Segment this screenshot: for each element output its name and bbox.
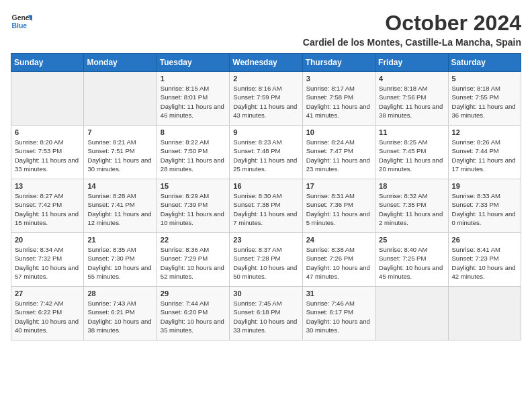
calendar-cell: 29Sunrise: 7:44 AM Sunset: 6:20 PM Dayli… (157, 287, 229, 340)
month-year: October 2024 (303, 11, 521, 36)
day-number: 29 (161, 289, 226, 298)
day-info: Sunrise: 8:20 AM Sunset: 7:53 PM Dayligh… (15, 138, 80, 173)
calendar-cell: 19Sunrise: 8:33 AM Sunset: 7:33 PM Dayli… (448, 179, 521, 233)
day-number: 8 (161, 128, 226, 136)
day-number: 24 (306, 236, 371, 244)
logo: General Blue (11, 11, 32, 32)
calendar-cell: 7Sunrise: 8:21 AM Sunset: 7:51 PM Daylig… (84, 126, 157, 179)
day-number: 18 (379, 182, 444, 190)
calendar-cell: 3Sunrise: 8:17 AM Sunset: 7:58 PM Daylig… (302, 72, 375, 126)
day-info: Sunrise: 8:27 AM Sunset: 7:42 PM Dayligh… (15, 191, 80, 227)
calendar-cell (84, 72, 157, 126)
day-info: Sunrise: 8:15 AM Sunset: 8:01 PM Dayligh… (161, 84, 226, 120)
day-header-thursday: Thursday (302, 54, 375, 72)
day-number: 16 (233, 182, 298, 190)
calendar-cell (375, 287, 448, 340)
calendar-cell: 12Sunrise: 8:26 AM Sunset: 7:44 PM Dayli… (448, 126, 521, 179)
day-info: Sunrise: 8:24 AM Sunset: 7:47 PM Dayligh… (306, 138, 371, 173)
day-info: Sunrise: 8:22 AM Sunset: 7:50 PM Dayligh… (161, 138, 226, 173)
calendar-cell: 26Sunrise: 8:41 AM Sunset: 7:23 PM Dayli… (448, 233, 521, 287)
day-info: Sunrise: 8:30 AM Sunset: 7:38 PM Dayligh… (233, 191, 298, 227)
day-info: Sunrise: 8:31 AM Sunset: 7:36 PM Dayligh… (306, 191, 371, 227)
day-info: Sunrise: 8:18 AM Sunset: 7:55 PM Dayligh… (452, 84, 517, 120)
day-number: 17 (306, 182, 371, 190)
calendar-cell: 30Sunrise: 7:45 AM Sunset: 6:18 PM Dayli… (230, 287, 302, 340)
calendar-cell: 5Sunrise: 8:18 AM Sunset: 7:55 PM Daylig… (448, 72, 521, 126)
day-number: 5 (452, 75, 517, 83)
calendar-cell: 11Sunrise: 8:25 AM Sunset: 7:45 PM Dayli… (375, 126, 448, 179)
calendar-cell: 9Sunrise: 8:23 AM Sunset: 7:48 PM Daylig… (230, 126, 302, 179)
calendar-cell: 8Sunrise: 8:22 AM Sunset: 7:50 PM Daylig… (157, 126, 229, 179)
day-info: Sunrise: 8:41 AM Sunset: 7:23 PM Dayligh… (452, 245, 517, 281)
day-info: Sunrise: 8:16 AM Sunset: 7:59 PM Dayligh… (233, 84, 298, 120)
title-block: October 2024 Cardiel de los Montes, Cast… (303, 11, 521, 48)
day-number: 30 (233, 289, 298, 298)
day-info: Sunrise: 8:26 AM Sunset: 7:44 PM Dayligh… (452, 138, 517, 173)
calendar-cell: 23Sunrise: 8:37 AM Sunset: 7:28 PM Dayli… (230, 233, 302, 287)
day-info: Sunrise: 7:42 AM Sunset: 6:22 PM Dayligh… (15, 299, 80, 334)
day-info: Sunrise: 8:25 AM Sunset: 7:45 PM Dayligh… (379, 138, 444, 173)
calendar-cell: 13Sunrise: 8:27 AM Sunset: 7:42 PM Dayli… (11, 179, 84, 233)
day-number: 11 (379, 128, 444, 136)
day-header-wednesday: Wednesday (230, 54, 302, 72)
calendar-cell (448, 287, 521, 340)
day-header-tuesday: Tuesday (157, 54, 229, 72)
calendar-cell: 6Sunrise: 8:20 AM Sunset: 7:53 PM Daylig… (11, 126, 84, 179)
calendar-table: SundayMondayTuesdayWednesdayThursdayFrid… (11, 53, 521, 340)
calendar-cell: 4Sunrise: 8:18 AM Sunset: 7:56 PM Daylig… (375, 72, 448, 126)
day-info: Sunrise: 8:34 AM Sunset: 7:32 PM Dayligh… (15, 245, 80, 281)
day-info: Sunrise: 8:29 AM Sunset: 7:39 PM Dayligh… (161, 191, 226, 227)
day-number: 21 (87, 236, 152, 244)
day-info: Sunrise: 8:21 AM Sunset: 7:51 PM Dayligh… (87, 138, 152, 173)
calendar-cell: 16Sunrise: 8:30 AM Sunset: 7:38 PM Dayli… (230, 179, 302, 233)
day-info: Sunrise: 8:38 AM Sunset: 7:26 PM Dayligh… (306, 245, 371, 281)
calendar-cell: 27Sunrise: 7:42 AM Sunset: 6:22 PM Dayli… (11, 287, 84, 340)
location: Cardiel de los Montes, Castille-La Manch… (303, 37, 521, 48)
calendar-cell: 17Sunrise: 8:31 AM Sunset: 7:36 PM Dayli… (302, 179, 375, 233)
calendar-cell: 10Sunrise: 8:24 AM Sunset: 7:47 PM Dayli… (302, 126, 375, 179)
day-number: 12 (452, 128, 517, 136)
calendar-cell (11, 72, 84, 126)
day-number: 7 (87, 128, 152, 136)
day-number: 19 (452, 182, 517, 190)
day-info: Sunrise: 8:36 AM Sunset: 7:29 PM Dayligh… (161, 245, 226, 281)
day-info: Sunrise: 8:37 AM Sunset: 7:28 PM Dayligh… (233, 245, 298, 281)
day-number: 13 (15, 182, 80, 190)
calendar-cell: 15Sunrise: 8:29 AM Sunset: 7:39 PM Dayli… (157, 179, 229, 233)
day-number: 27 (15, 289, 80, 298)
calendar-cell: 1Sunrise: 8:15 AM Sunset: 8:01 PM Daylig… (157, 72, 229, 126)
day-info: Sunrise: 8:32 AM Sunset: 7:35 PM Dayligh… (379, 191, 444, 227)
svg-text:Blue: Blue (12, 22, 28, 30)
day-number: 20 (15, 236, 80, 244)
day-number: 3 (306, 75, 371, 83)
day-number: 2 (233, 75, 298, 83)
day-info: Sunrise: 7:43 AM Sunset: 6:21 PM Dayligh… (87, 299, 152, 334)
day-number: 28 (87, 289, 152, 298)
day-number: 4 (379, 75, 444, 83)
day-info: Sunrise: 7:45 AM Sunset: 6:18 PM Dayligh… (233, 299, 298, 334)
calendar-cell: 25Sunrise: 8:40 AM Sunset: 7:25 PM Dayli… (375, 233, 448, 287)
calendar-cell: 18Sunrise: 8:32 AM Sunset: 7:35 PM Dayli… (375, 179, 448, 233)
calendar-cell: 24Sunrise: 8:38 AM Sunset: 7:26 PM Dayli… (302, 233, 375, 287)
calendar-cell: 14Sunrise: 8:28 AM Sunset: 7:41 PM Dayli… (84, 179, 157, 233)
day-number: 6 (15, 128, 80, 136)
day-number: 9 (233, 128, 298, 136)
calendar-cell: 22Sunrise: 8:36 AM Sunset: 7:29 PM Dayli… (157, 233, 229, 287)
day-info: Sunrise: 8:33 AM Sunset: 7:33 PM Dayligh… (452, 191, 517, 227)
day-number: 14 (87, 182, 152, 190)
day-info: Sunrise: 7:44 AM Sunset: 6:20 PM Dayligh… (161, 299, 226, 334)
day-info: Sunrise: 8:40 AM Sunset: 7:25 PM Dayligh… (379, 245, 444, 281)
day-number: 15 (161, 182, 226, 190)
day-info: Sunrise: 8:28 AM Sunset: 7:41 PM Dayligh… (87, 191, 152, 227)
day-header-friday: Friday (375, 54, 448, 72)
day-header-sunday: Sunday (11, 54, 84, 72)
day-info: Sunrise: 8:23 AM Sunset: 7:48 PM Dayligh… (233, 138, 298, 173)
calendar-cell: 21Sunrise: 8:35 AM Sunset: 7:30 PM Dayli… (84, 233, 157, 287)
day-number: 1 (161, 75, 226, 83)
day-number: 26 (452, 236, 517, 244)
calendar-cell: 2Sunrise: 8:16 AM Sunset: 7:59 PM Daylig… (230, 72, 302, 126)
day-info: Sunrise: 8:17 AM Sunset: 7:58 PM Dayligh… (306, 84, 371, 120)
calendar-cell: 31Sunrise: 7:46 AM Sunset: 6:17 PM Dayli… (302, 287, 375, 340)
day-header-saturday: Saturday (448, 54, 521, 72)
day-number: 10 (306, 128, 371, 136)
